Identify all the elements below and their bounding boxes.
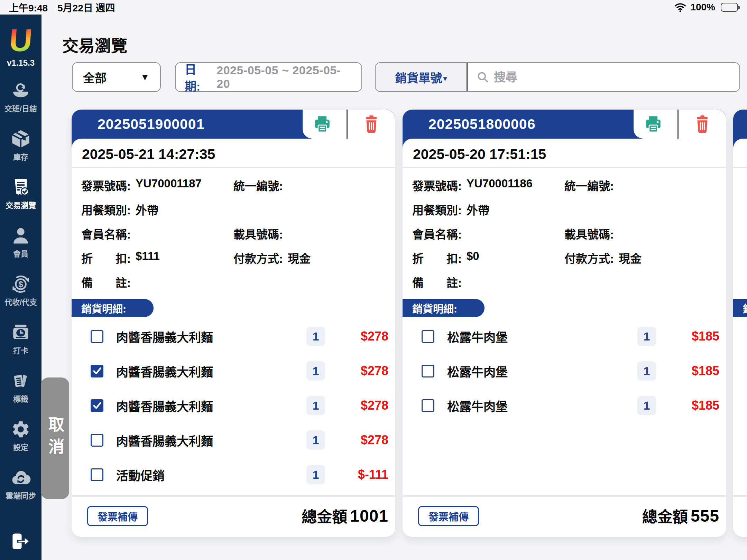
item-name: 肉醬香腸義大利麵 [116, 362, 213, 380]
sidebar-item-tags[interactable]: 標籤 [0, 366, 42, 409]
item-qty: 1 [637, 361, 656, 381]
wifi-icon [674, 2, 686, 12]
status-time: 上午9:48 [9, 0, 48, 14]
field-label: 備 註: [81, 274, 131, 290]
search-category-label: 銷貨單號 [395, 69, 442, 86]
shift-icon [11, 81, 31, 101]
invoice-resend-button[interactable]: 發票補傳 [87, 506, 148, 526]
field-label: 載具號碼: [564, 225, 614, 242]
transaction-id: 2025051900001 [98, 110, 204, 139]
item-price: $185 [692, 364, 719, 378]
field-label: 用餐類別: [81, 201, 131, 218]
field-label: 用餐類別: [412, 201, 462, 218]
item-price: $185 [692, 329, 719, 344]
sidebar-item-member[interactable]: 會員 [0, 221, 42, 263]
actions-divider [347, 110, 348, 139]
details-badge: 銷貨明細: [403, 299, 485, 317]
date-label: 日期: [185, 60, 212, 94]
sidebar-item-inventory[interactable]: 庫存 [0, 124, 42, 167]
transaction-card: 2025051900001 [72, 110, 395, 537]
item-qty: 1 [306, 361, 325, 381]
exit-button[interactable] [0, 531, 42, 553]
total-value: 555 [691, 506, 719, 525]
item-checkbox[interactable] [422, 399, 434, 412]
caret-down-icon: ▾ [443, 74, 447, 83]
battery-icon [721, 3, 738, 12]
transaction-datetime: 2025-05-20 17:51:15 [413, 143, 546, 165]
field-row: 備 註: [81, 270, 386, 294]
card-content: 2025-05-20 17:51:15 發票號碼: YU70001186 統一編… [403, 139, 726, 537]
card-actions [303, 110, 395, 139]
delete-button[interactable] [692, 114, 712, 134]
sidebar-item-exchange[interactable]: $ 代收/代支 [0, 269, 42, 312]
sale-item-row: 活動促銷 1 $-111 [72, 461, 395, 488]
item-list: 肉醬香腸義大利麵 1 $278 肉醬香腸義大利麵 1 $278 肉醬香腸義大利麵… [72, 323, 395, 495]
item-checkbox[interactable] [91, 399, 103, 412]
item-checkbox[interactable] [91, 330, 103, 343]
divider [733, 495, 747, 497]
sidebar-item-punch[interactable]: 打卡 [0, 317, 42, 360]
date-range-field[interactable]: 日期: 2025-05-05 ~ 2025-05-20 [175, 62, 362, 92]
search-icon [477, 71, 489, 83]
type-filter-dropdown[interactable]: 全部 ▼ [72, 62, 161, 92]
field-label: 會員名稱: [412, 225, 462, 242]
item-checkbox[interactable] [422, 365, 434, 377]
item-checkbox[interactable] [422, 330, 434, 343]
field-label: 折 扣: [81, 250, 131, 266]
total-value: 1001 [350, 506, 388, 525]
field-value: 現金 [288, 250, 311, 266]
search-category-button[interactable]: 銷貨單號 ▾ [376, 63, 467, 91]
delete-button[interactable] [361, 114, 381, 134]
item-price: $185 [692, 398, 719, 413]
field-value: 現金 [619, 250, 642, 266]
sidebar-item-settings[interactable]: 設定 [0, 414, 42, 457]
svg-text:$: $ [18, 279, 23, 289]
sale-item-row: 松露牛肉堡 1 $185 [403, 357, 726, 385]
cancel-button[interactable]: 取消 [41, 377, 69, 499]
item-checkbox[interactable] [91, 434, 103, 447]
sale-item-row: 肉醬香腸義大利麵 1 $278 [72, 426, 395, 454]
field-label: 備 註: [412, 274, 462, 290]
main-area: 交易瀏覽 全部 ▼ 日期: 2025-05-05 ~ 2025-05-20 銷貨… [42, 15, 747, 560]
sidebar-menu: 交班/日結 庫存 交易瀏覽 會員 $ 代收/代支 打卡 標籤 設定 雲端同步 [0, 75, 42, 505]
punch-clock-icon [11, 323, 31, 343]
sale-item-row: 肉醬香腸義大利麵 1 $278 [72, 323, 395, 350]
exit-icon [10, 531, 31, 553]
total-label: 總金額 [642, 505, 688, 527]
field-row: 發票號碼: YU70001186 統一編號: [412, 173, 717, 197]
item-qty: 1 [306, 327, 325, 346]
print-button[interactable] [312, 114, 332, 134]
item-price: $278 [361, 364, 388, 378]
invoice-resend-button[interactable]: 發票補傳 [418, 506, 479, 526]
item-name: 松露牛肉堡 [447, 362, 508, 380]
sidebar-item-shift[interactable]: 交班/日結 [0, 75, 42, 118]
tags-icon [11, 371, 31, 391]
field-row: 折 扣: $111 付款方式: 現金 [81, 246, 386, 270]
item-price: $278 [361, 398, 388, 413]
print-button[interactable] [643, 114, 663, 134]
field-value: 外帶 [467, 201, 489, 218]
search-bar: 銷貨單號 ▾ [375, 62, 740, 92]
card-fields: 發票號碼: YU70001186 統一編號: 用餐類別: 外帶 會員名稱: 載具… [412, 173, 717, 294]
app-version: v1.15.3 [7, 58, 35, 68]
field-value: $111 [136, 250, 160, 266]
item-checkbox[interactable] [91, 468, 103, 481]
transaction-id: 2025051800006 [428, 110, 535, 139]
transaction-card: 銷貨明細: [733, 110, 747, 537]
search-divider [467, 63, 468, 91]
transaction-datetime: 2025-05-21 14:27:35 [82, 143, 215, 165]
sale-item-row: 松露牛肉堡 1 $185 [403, 323, 726, 350]
field-row: 備 註: [412, 270, 717, 294]
sidebar-item-cloud-sync[interactable]: 雲端同步 [0, 463, 42, 505]
item-price: $278 [361, 329, 388, 344]
item-checkbox[interactable] [91, 365, 103, 377]
item-qty: 1 [306, 465, 325, 484]
type-filter-value: 全部 [83, 69, 107, 86]
item-qty: 1 [637, 396, 656, 415]
item-price: $278 [361, 433, 388, 447]
sale-item-row: 肉醬香腸義大利麵 1 $278 [72, 392, 395, 419]
field-value: 外帶 [136, 201, 158, 218]
sidebar-item-transactions[interactable]: 交易瀏覽 [0, 172, 42, 215]
search-input[interactable] [489, 71, 739, 84]
item-qty: 1 [637, 327, 656, 346]
